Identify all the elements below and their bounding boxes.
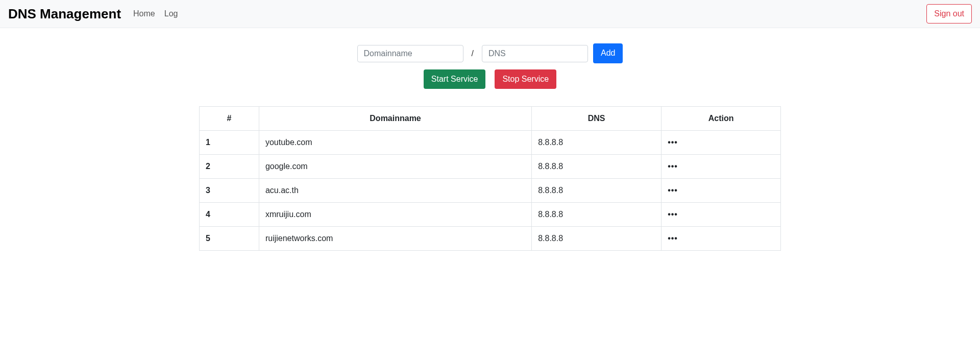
dns-table: # Domainname DNS Action 1youtube.com8.8.…	[199, 106, 781, 251]
dns-input[interactable]	[482, 45, 588, 62]
nav-log[interactable]: Log	[164, 9, 178, 18]
more-icon[interactable]: •••	[668, 186, 678, 195]
cell-domain: acu.ac.th	[259, 179, 531, 203]
cell-index: 4	[200, 203, 259, 227]
table-header-row: # Domainname DNS Action	[200, 107, 781, 131]
cell-dns: 8.8.8.8	[532, 131, 662, 155]
cell-index: 5	[200, 227, 259, 251]
header-dns: DNS	[532, 107, 662, 131]
domainname-input[interactable]	[357, 45, 463, 62]
main-content: / Add Start Service Stop Service # Domai…	[199, 43, 781, 251]
header-action: Action	[662, 107, 781, 131]
stop-service-button[interactable]: Stop Service	[495, 69, 556, 89]
nav-home[interactable]: Home	[133, 9, 155, 18]
cell-domain: xmruijiu.com	[259, 203, 531, 227]
brand-title: DNS Management	[8, 6, 121, 22]
more-icon[interactable]: •••	[668, 138, 678, 147]
add-form: / Add	[199, 43, 781, 63]
add-button[interactable]: Add	[593, 43, 623, 63]
cell-domain: ruijienetworks.com	[259, 227, 531, 251]
slash-separator: /	[469, 49, 477, 58]
more-icon[interactable]: •••	[668, 210, 678, 219]
cell-action: •••	[662, 179, 781, 203]
table-row: 1youtube.com8.8.8.8•••	[200, 131, 781, 155]
more-icon[interactable]: •••	[668, 162, 678, 171]
cell-domain: google.com	[259, 155, 531, 179]
cell-dns: 8.8.8.8	[532, 155, 662, 179]
cell-action: •••	[662, 131, 781, 155]
signout-button[interactable]: Sign out	[926, 4, 972, 23]
cell-dns: 8.8.8.8	[532, 227, 662, 251]
header-index: #	[200, 107, 259, 131]
start-service-button[interactable]: Start Service	[424, 69, 486, 89]
navbar-left: DNS Management Home Log	[8, 6, 187, 22]
table-row: 3acu.ac.th8.8.8.8•••	[200, 179, 781, 203]
table-row: 2google.com8.8.8.8•••	[200, 155, 781, 179]
cell-action: •••	[662, 155, 781, 179]
table-row: 4xmruijiu.com8.8.8.8•••	[200, 203, 781, 227]
cell-index: 3	[200, 179, 259, 203]
cell-action: •••	[662, 227, 781, 251]
cell-action: •••	[662, 203, 781, 227]
cell-index: 2	[200, 155, 259, 179]
cell-dns: 8.8.8.8	[532, 179, 662, 203]
table-row: 5ruijienetworks.com8.8.8.8•••	[200, 227, 781, 251]
cell-dns: 8.8.8.8	[532, 203, 662, 227]
service-controls: Start Service Stop Service	[199, 69, 781, 89]
cell-domain: youtube.com	[259, 131, 531, 155]
more-icon[interactable]: •••	[668, 234, 678, 243]
header-domain: Domainname	[259, 107, 531, 131]
cell-index: 1	[200, 131, 259, 155]
navbar: DNS Management Home Log Sign out	[0, 0, 980, 28]
